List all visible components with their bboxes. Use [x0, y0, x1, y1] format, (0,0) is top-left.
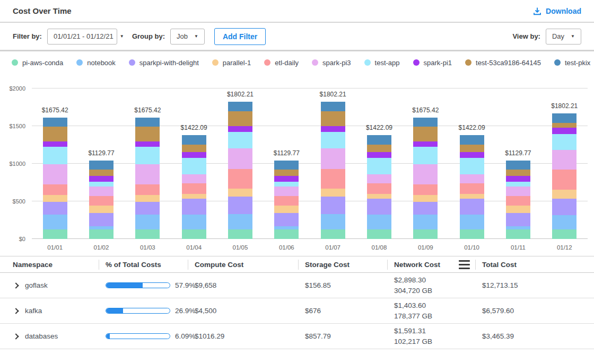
legend-item-sparkpi-with-delight[interactable]: sparkpi-with-delight	[129, 59, 199, 67]
bar-segment-test-app[interactable]	[43, 147, 67, 164]
bar-segment-parallel-1[interactable]	[228, 189, 252, 197]
bar-segment-spark-pi3[interactable]	[460, 174, 484, 183]
bar-segment-spark-pi1[interactable]	[367, 152, 391, 158]
bar-segment-spark-pi3[interactable]	[182, 174, 206, 183]
column-menu-icon[interactable]	[459, 259, 470, 270]
legend-item-test-app[interactable]: test-app	[364, 59, 400, 67]
expand-namespace-goflask[interactable]: goflask	[0, 281, 99, 289]
bar-segment-test-53ca9186-64145[interactable]	[89, 170, 113, 176]
bar-segment-parallel-1[interactable]	[89, 206, 113, 213]
bar-segment-test-53ca9186-64145[interactable]	[321, 111, 345, 126]
bar-segment-pi-aws-conda[interactable]	[506, 229, 530, 239]
bar-segment-etl-daily[interactable]	[552, 170, 576, 190]
bar-segment-spark-pi3[interactable]	[321, 148, 345, 169]
bar-segment-sparkpi-with-delight[interactable]	[367, 199, 391, 215]
bar-segment-parallel-1[interactable]	[413, 195, 438, 202]
bar-segment-test-pkix[interactable]	[367, 135, 391, 145]
bar-segment-pi-aws-conda[interactable]	[89, 229, 113, 239]
bar-segment-notebook[interactable]	[552, 215, 576, 229]
bar-segment-sparkpi-with-delight[interactable]	[506, 213, 530, 226]
bar-segment-etl-daily[interactable]	[321, 169, 345, 189]
bar-segment-parallel-1[interactable]	[321, 189, 345, 197]
bar-segment-test-pkix[interactable]	[506, 161, 530, 170]
bar-segment-notebook[interactable]	[321, 214, 345, 229]
bar-segment-sparkpi-with-delight[interactable]	[460, 199, 484, 215]
bar-segment-test-53ca9186-64145[interactable]	[460, 145, 484, 152]
bar-segment-parallel-1[interactable]	[43, 195, 67, 202]
group-by-select[interactable]: Job ▼	[170, 29, 205, 45]
bar-segment-sparkpi-with-delight[interactable]	[552, 199, 576, 215]
bar-segment-spark-pi1[interactable]	[228, 126, 252, 132]
bar-segment-test-53ca9186-64145[interactable]	[552, 123, 576, 128]
bar-segment-test-53ca9186-64145[interactable]	[43, 127, 67, 141]
stacked-bar-01/12[interactable]	[552, 113, 576, 239]
bar-segment-test-app[interactable]	[274, 182, 299, 187]
legend-item-etl-daily[interactable]: etl-daily	[264, 59, 299, 67]
bar-segment-notebook[interactable]	[367, 215, 391, 229]
legend-item-test-pkix[interactable]: test-pkix	[554, 59, 590, 67]
bar-segment-spark-pi1[interactable]	[321, 126, 345, 132]
legend-item-test-53ca9186-64145[interactable]: test-53ca9186-64145	[465, 59, 541, 67]
bar-segment-spark-pi3[interactable]	[552, 150, 576, 170]
bar-segment-test-pkix[interactable]	[135, 118, 160, 127]
bar-segment-pi-aws-conda[interactable]	[460, 229, 484, 239]
bar-segment-etl-daily[interactable]	[274, 196, 299, 206]
bar-segment-spark-pi1[interactable]	[43, 141, 67, 147]
stacked-bar-01/04[interactable]	[182, 135, 206, 239]
bar-segment-test-app[interactable]	[460, 158, 484, 174]
bar-segment-spark-pi3[interactable]	[228, 148, 252, 169]
stacked-bar-01/06[interactable]	[274, 161, 299, 239]
bar-segment-test-app[interactable]	[135, 147, 160, 164]
bar-segment-notebook[interactable]	[460, 215, 484, 229]
bar-segment-notebook[interactable]	[413, 215, 438, 229]
bar-segment-test-pkix[interactable]	[228, 102, 252, 111]
download-button[interactable]: Download	[533, 7, 581, 15]
bar-segment-parallel-1[interactable]	[552, 190, 576, 199]
bar-segment-pi-aws-conda[interactable]	[274, 229, 299, 239]
stacked-bar-01/11[interactable]	[506, 161, 530, 239]
bar-segment-spark-pi1[interactable]	[552, 128, 576, 134]
bar-segment-test-53ca9186-64145[interactable]	[135, 127, 160, 141]
bar-segment-parallel-1[interactable]	[460, 194, 484, 199]
bar-segment-etl-daily[interactable]	[413, 184, 438, 195]
bar-segment-etl-daily[interactable]	[367, 183, 391, 194]
bar-segment-sparkpi-with-delight[interactable]	[135, 202, 160, 215]
bar-segment-test-pkix[interactable]	[89, 161, 113, 170]
date-range-select[interactable]: 01/01/21 - 01/12/21 ▼	[47, 29, 117, 45]
bar-segment-etl-daily[interactable]	[228, 169, 252, 189]
bar-segment-spark-pi1[interactable]	[274, 176, 299, 182]
bar-segment-spark-pi3[interactable]	[89, 187, 113, 196]
bar-segment-pi-aws-conda[interactable]	[228, 229, 252, 239]
bar-segment-test-app[interactable]	[506, 182, 530, 187]
bar-segment-sparkpi-with-delight[interactable]	[182, 199, 206, 215]
stacked-bar-01/10[interactable]	[460, 135, 484, 239]
bar-segment-test-app[interactable]	[321, 132, 345, 148]
bar-segment-test-53ca9186-64145[interactable]	[506, 170, 530, 176]
stacked-bar-01/03[interactable]	[135, 118, 160, 239]
expand-namespace-databases[interactable]: databases	[0, 332, 99, 340]
bar-segment-pi-aws-conda[interactable]	[135, 229, 160, 239]
stacked-bar-01/02[interactable]	[89, 161, 113, 239]
bar-segment-test-app[interactable]	[182, 158, 206, 174]
bar-segment-test-app[interactable]	[228, 132, 252, 148]
stacked-bar-01/09[interactable]	[413, 118, 438, 239]
stacked-bar-01/01[interactable]	[43, 118, 67, 239]
bar-segment-sparkpi-with-delight[interactable]	[274, 213, 299, 226]
bar-segment-spark-pi1[interactable]	[413, 141, 438, 147]
bar-segment-test-app[interactable]	[89, 182, 113, 187]
bar-segment-etl-daily[interactable]	[506, 196, 530, 206]
legend-item-parallel-1[interactable]: parallel-1	[212, 59, 251, 67]
bar-segment-parallel-1[interactable]	[182, 194, 206, 199]
column-header-namespace[interactable]: Namespace	[0, 256, 99, 272]
column-header-total-cost[interactable]: Total Cost	[475, 256, 594, 272]
bar-segment-test-pkix[interactable]	[460, 135, 484, 145]
bar-segment-sparkpi-with-delight[interactable]	[228, 197, 252, 214]
legend-item-spark-pi1[interactable]: spark-pi1	[413, 59, 452, 67]
column-header-compute-cost[interactable]: Compute Cost	[188, 256, 298, 272]
bar-segment-parallel-1[interactable]	[367, 194, 391, 199]
bar-segment-etl-daily[interactable]	[89, 196, 113, 206]
bar-segment-pi-aws-conda[interactable]	[552, 229, 576, 239]
bar-segment-test-app[interactable]	[552, 134, 576, 150]
stacked-bar-01/07[interactable]	[321, 102, 345, 239]
bar-segment-notebook[interactable]	[228, 214, 252, 229]
